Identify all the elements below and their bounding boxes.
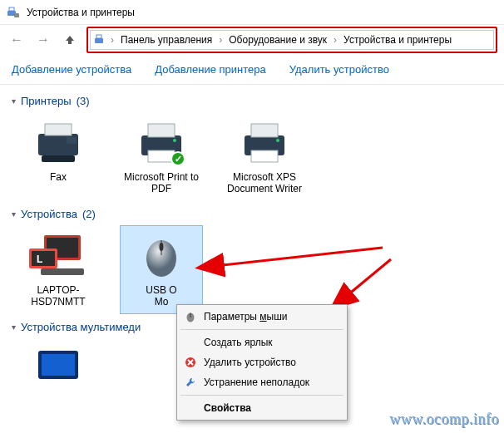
fax-icon <box>19 116 97 168</box>
menu-create-shortcut[interactable]: Создать ярлык <box>179 332 345 352</box>
wrench-icon <box>184 376 197 389</box>
svg-rect-20 <box>32 251 55 266</box>
device-multimedia[interactable] <box>17 338 100 400</box>
svg-rect-8 <box>67 137 77 144</box>
default-badge-icon: ✓ <box>170 151 185 166</box>
breadcrumb-item[interactable]: Оборудование и звук <box>225 32 330 47</box>
menu-separator <box>180 329 343 330</box>
titlebar: Устройства и принтеры <box>0 0 504 25</box>
group-header-devices[interactable]: ▾ Устройства (2) <box>12 208 492 220</box>
blank-icon <box>184 401 197 415</box>
svg-rect-10 <box>148 124 175 137</box>
svg-rect-6 <box>45 124 72 135</box>
svg-rect-3 <box>95 38 103 43</box>
menu-properties[interactable]: Свойства <box>179 398 345 418</box>
add-printer-link[interactable]: Добавление принтера <box>155 63 265 76</box>
device-label: Fax <box>19 171 97 183</box>
delete-icon <box>184 356 197 369</box>
menu-label: Параметры мыши <box>204 311 288 322</box>
monitor-icon <box>19 342 97 394</box>
group-label: Принтеры <box>21 95 72 107</box>
device-label: Microsoft Print to PDF <box>122 171 200 195</box>
forward-button[interactable]: → <box>33 30 53 50</box>
laptop-icon: L <box>19 229 97 281</box>
blank-icon <box>184 336 197 349</box>
command-bar: Добавление устройства Добавление принтер… <box>0 55 504 85</box>
svg-point-12 <box>173 139 176 142</box>
chevron-right-icon: › <box>217 34 224 46</box>
chevron-down-icon: ▾ <box>12 322 16 332</box>
menu-label: Создать ярлык <box>204 337 273 348</box>
menu-remove-device[interactable]: Удалить устройство <box>179 352 345 372</box>
printer-icon <box>225 116 304 168</box>
device-label: Microsoft XPS Document Writer <box>225 171 304 195</box>
svg-rect-27 <box>42 354 75 376</box>
up-button[interactable] <box>60 30 80 50</box>
mouse-small-icon <box>184 310 197 323</box>
menu-label: Свойства <box>204 402 251 414</box>
mouse-icon <box>122 229 200 281</box>
chevron-down-icon: ▾ <box>12 209 16 219</box>
printer-icon: ✓ <box>122 116 200 168</box>
chevron-right-icon: › <box>109 34 116 46</box>
svg-rect-1 <box>9 7 14 11</box>
device-mouse[interactable]: USB OMo <box>120 225 203 314</box>
menu-label: Удалить устройство <box>204 357 296 368</box>
svg-point-16 <box>276 139 279 142</box>
group-count: (2) <box>82 208 96 220</box>
device-laptop[interactable]: L LAPTOP-HSD7NMTT <box>17 225 100 314</box>
addressbar-highlight: › Панель управления › Оборудование и зву… <box>86 27 497 53</box>
group-label: Устройства мультимеди <box>21 321 141 333</box>
devices-items: L LAPTOP-HSD7NMTT <box>17 225 492 314</box>
breadcrumb-item[interactable]: Устройства и принтеры <box>340 32 455 47</box>
svg-rect-4 <box>96 35 101 38</box>
svg-text:L: L <box>37 253 42 265</box>
window-title: Устройства и принтеры <box>27 7 135 18</box>
device-ms-xps[interactable]: Microsoft XPS Document Writer <box>223 112 306 201</box>
watermark: www.ocomp.info <box>389 411 499 428</box>
device-fax[interactable]: Fax <box>17 112 100 201</box>
menu-troubleshoot[interactable]: Устранение неполадок <box>179 372 345 392</box>
remove-device-link[interactable]: Удалить устройство <box>289 63 389 76</box>
svg-rect-22 <box>41 268 84 275</box>
menu-separator <box>180 395 343 396</box>
group-header-printers[interactable]: ▾ Принтеры (3) <box>12 95 492 107</box>
svg-point-25 <box>160 243 164 251</box>
nav-row: ← → › Панель управления › Оборудование и… <box>0 25 504 55</box>
menu-mouse-settings[interactable]: Параметры мыши <box>179 307 345 327</box>
chevron-down-icon: ▾ <box>12 96 16 106</box>
group-label: Устройства <box>21 208 77 220</box>
menu-label: Устранение неполадок <box>204 376 309 388</box>
group-count: (3) <box>77 95 90 107</box>
context-menu: Параметры мыши Создать ярлык Удалить уст… <box>176 304 348 421</box>
svg-rect-7 <box>42 155 75 162</box>
devices-printers-icon <box>7 6 20 19</box>
addressbar[interactable]: › Панель управления › Оборудование и зву… <box>90 30 494 50</box>
svg-rect-14 <box>251 124 278 137</box>
chevron-right-icon: › <box>332 34 338 46</box>
svg-rect-5 <box>38 134 78 155</box>
breadcrumb-item[interactable]: Панель управления <box>117 32 215 47</box>
printers-items: Fax ✓ Microsoft Print to PDF <box>17 112 492 201</box>
add-device-link[interactable]: Добавление устройства <box>12 63 131 76</box>
svg-rect-15 <box>251 150 278 162</box>
device-label: LAPTOP-HSD7NMTT <box>19 284 97 308</box>
svg-rect-2 <box>14 13 19 17</box>
addressbar-icon <box>94 33 107 47</box>
device-ms-print-pdf[interactable]: ✓ Microsoft Print to PDF <box>120 112 203 201</box>
back-button[interactable]: ← <box>7 30 27 50</box>
